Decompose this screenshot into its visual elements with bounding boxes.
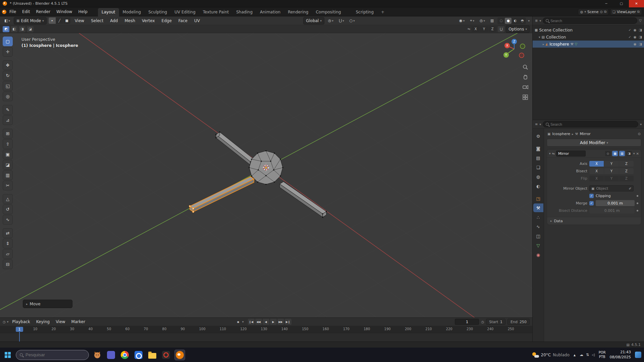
modifier-render-toggle[interactable]: ◨ [626, 151, 632, 156]
toggle-ortho-icon[interactable] [522, 94, 528, 100]
start-frame-field[interactable]: Start 1 [486, 319, 505, 325]
properties-search[interactable] [543, 121, 639, 127]
menu-view[interactable]: View [72, 17, 87, 24]
volume-icon[interactable]: ◁ [592, 353, 594, 357]
scene-selector[interactable]: ◍ ▾ Scene ⊙ ⧉ [578, 9, 609, 15]
tab-sculpting[interactable]: Sculpting [145, 8, 171, 16]
playhead-line[interactable] [19, 332, 20, 342]
disable-render-camera-icon[interactable]: ◨ [639, 28, 642, 32]
operator-panel[interactable]: ▸ Move [23, 300, 72, 308]
tool-edge-slide-button[interactable]: ⇄ [3, 228, 13, 238]
properties-search-input[interactable] [550, 122, 636, 126]
tab-object[interactable]: ◳ [533, 194, 543, 203]
bisect-y-toggle[interactable]: Y [604, 168, 619, 174]
taskbar-app-pet[interactable] [92, 350, 103, 360]
clock[interactable]: 21:43 08/08/2025 [610, 350, 631, 360]
tab-tool[interactable]: ⚙ [533, 132, 543, 140]
add-workspace-button[interactable]: + [377, 8, 388, 16]
tab-uv-editing[interactable]: UV Editing [171, 8, 199, 16]
tool-shear-button[interactable]: ▱ [3, 249, 13, 259]
tool-knife-button[interactable]: ✂ [3, 181, 13, 190]
tool-smooth-button[interactable]: ∿ [3, 215, 13, 225]
menu-add[interactable]: Add [108, 17, 120, 24]
face-select-button[interactable]: ■ [63, 17, 70, 24]
taskbar-app-explorer[interactable] [147, 350, 158, 360]
jump-to-end-button[interactable]: ▶❙ [285, 319, 291, 325]
show-gizmo-dropdown[interactable]: ⌖ ▾ [468, 17, 476, 24]
data-subpanel[interactable]: ▸ Data [547, 217, 641, 225]
select-mode-subtract-button[interactable]: ◨ [19, 26, 25, 32]
mirror-z-toggle[interactable]: Z [488, 26, 496, 32]
flip-y-toggle[interactable]: Y [604, 176, 619, 181]
select-mode-extend-button[interactable]: ◧ [11, 26, 17, 32]
onedrive-icon[interactable]: ☁ [580, 353, 583, 357]
notification-center-icon[interactable] [635, 352, 641, 358]
menu-keying[interactable]: Keying [34, 318, 52, 325]
taskbar-app-recorder[interactable] [161, 350, 171, 360]
tool-cursor-button[interactable]: ✛ [3, 47, 13, 57]
tab-physics[interactable]: ∿ [533, 222, 543, 231]
object-type-visibility-dropdown[interactable]: ◉ ▾ [458, 17, 466, 24]
flip-x-toggle[interactable]: X [589, 176, 604, 181]
expand-arrow-icon[interactable]: ▸ [543, 43, 544, 46]
exclude-checkbox-icon[interactable]: ✓ [628, 28, 631, 32]
expand-arrow-icon[interactable]: ▾ [539, 36, 540, 39]
edge-select-button[interactable]: ╱ [56, 17, 63, 24]
animate-dot[interactable] [637, 210, 638, 212]
snap-settings-icon[interactable]: ⋃ [498, 26, 504, 32]
taskbar-app-blender[interactable] [174, 350, 185, 360]
tab-geometry-nodes[interactable] [345, 13, 352, 16]
shading-material-button[interactable]: ◐ [512, 18, 519, 24]
pin-scene-icon[interactable]: ⊙ [600, 10, 603, 14]
hide-eye-icon[interactable]: ◉ [634, 35, 637, 39]
menu-edit[interactable]: Edit [19, 8, 33, 15]
proportional-edit-toggle[interactable]: ○ ▾ [348, 17, 357, 24]
add-modifier-button[interactable]: Add Modifier ▾ [547, 139, 641, 146]
timeline-ruler[interactable]: 11020 304050 607080 90100110 120130140 1… [0, 326, 532, 342]
menu-render[interactable]: Render [33, 8, 53, 15]
tool-rip-region-button[interactable]: ⊟ [3, 259, 13, 269]
shading-solid-button[interactable]: ● [505, 18, 512, 24]
pan-hand-icon[interactable] [522, 74, 528, 80]
menu-face[interactable]: Face [176, 17, 190, 24]
disable-render-camera-icon[interactable]: ◨ [639, 35, 642, 39]
zoom-icon[interactable] [522, 64, 528, 70]
tab-object-data[interactable]: ▽ [533, 241, 543, 250]
breadcrumb-modifier[interactable]: Mirror [580, 132, 590, 136]
menu-mesh[interactable]: Mesh [122, 17, 138, 24]
modifier-extras-dropdown[interactable]: ▾ [633, 152, 635, 155]
tab-animation[interactable]: Animation [256, 8, 284, 16]
tool-annotate-button[interactable]: ✎ [3, 105, 13, 115]
viewlayer-selector[interactable]: ❏ ViewLayer ⧉ [610, 9, 642, 15]
tab-scene[interactable]: ◍ [533, 172, 543, 181]
playhead[interactable]: 1 [16, 327, 23, 332]
menu-vertex[interactable]: Vertex [140, 17, 157, 24]
bisect-z-toggle[interactable]: Z [619, 168, 634, 174]
exclude-checkbox-icon[interactable]: ✓ [628, 35, 631, 39]
eyedropper-icon[interactable]: ✐ [629, 187, 632, 190]
tool-transform-button[interactable]: ◎ [3, 92, 13, 101]
end-frame-field[interactable]: End 250 [507, 319, 530, 325]
chevron-down-icon[interactable]: ▾ [7, 320, 9, 323]
copy-scene-icon[interactable]: ⧉ [604, 10, 606, 14]
transform-orientation-dropdown[interactable]: Global ▾ [303, 17, 324, 24]
merge-checkbox[interactable]: ✓ [589, 201, 594, 205]
play-reverse-button[interactable]: ◀ [263, 319, 269, 325]
tool-rotate-button[interactable]: ↻ [3, 71, 13, 80]
editor-type-button[interactable]: ◧ ▾ [3, 17, 12, 24]
menu-select[interactable]: Select [89, 17, 106, 24]
viewport-canvas[interactable]: Z X Y [0, 33, 532, 317]
blender-menu-icon[interactable] [2, 10, 6, 14]
taskbar-search[interactable] [16, 350, 89, 360]
taskbar-app-chrome[interactable] [119, 350, 130, 360]
tool-inset-faces-button[interactable]: ▣ [3, 149, 13, 159]
pivot-point-dropdown[interactable]: ◎ ▾ [326, 17, 335, 24]
copy-viewlayer-icon[interactable]: ⧉ [637, 10, 640, 14]
tab-particles[interactable]: ∴ [533, 213, 543, 222]
tab-rendering[interactable]: Rendering [284, 8, 312, 16]
vertex-select-button[interactable]: ∙ [49, 17, 56, 24]
xray-toggle[interactable]: ▥ [489, 17, 495, 24]
hide-eye-icon[interactable]: ◉ [634, 42, 637, 46]
play-button[interactable]: ▶ [270, 319, 277, 325]
select-mode-new-button[interactable]: ◩ [3, 26, 9, 32]
